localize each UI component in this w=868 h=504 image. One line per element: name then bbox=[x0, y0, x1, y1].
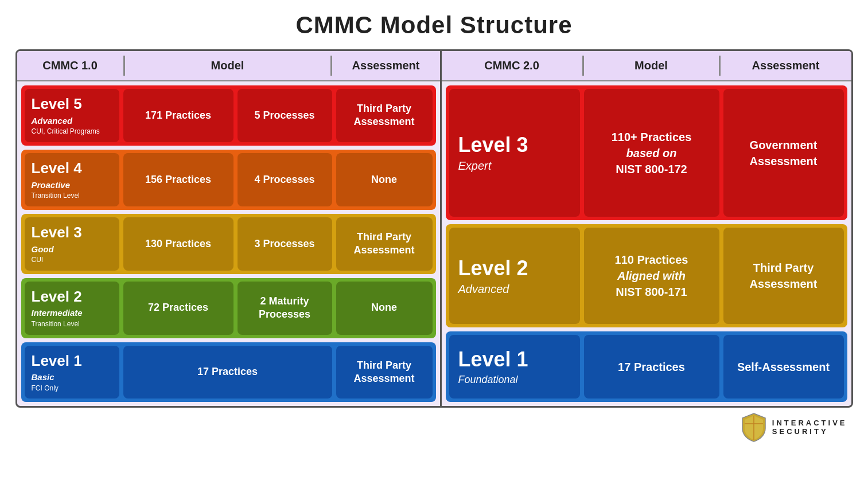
right-model-text-2: 17 Practices bbox=[618, 359, 685, 375]
level-sub-2: Good bbox=[32, 244, 54, 255]
level-number-3: Level 2 bbox=[32, 287, 82, 307]
page-title: CMMC Model Structure bbox=[296, 11, 573, 39]
level-desc-3: Transition Level bbox=[32, 320, 80, 329]
left-header-cmmc: CMMC 1.0 bbox=[17, 56, 123, 76]
right-model-0: 110+ Practicesbased onNIST 800-172 bbox=[584, 89, 719, 217]
left-processes-1: 4 Processes bbox=[238, 153, 332, 206]
level-number-1: Level 4 bbox=[32, 159, 82, 178]
left-assessment-2: Third Party Assessment bbox=[336, 217, 433, 271]
level-number-4: Level 1 bbox=[32, 351, 82, 371]
left-practices-2: 130 Practices bbox=[123, 217, 233, 271]
right-level-number-2: Level 1 bbox=[458, 347, 528, 372]
right-row-0: Level 3 Expert 110+ Practicesbased onNIS… bbox=[446, 85, 847, 220]
left-level-2: Level 3 Good CUI bbox=[25, 217, 119, 271]
right-header-row: CMMC 2.0 Model Assessment bbox=[442, 51, 851, 81]
left-practices-4: 17 Practices bbox=[123, 346, 332, 399]
level-desc-4: FCI Only bbox=[32, 384, 59, 393]
left-processes-0: 5 Processes bbox=[238, 89, 332, 142]
right-model-text-1: 110 PracticesAligned withNIST 800-171 bbox=[615, 252, 688, 300]
left-header-assessment: Assessment bbox=[332, 56, 440, 76]
left-assessment-1: None bbox=[336, 153, 433, 206]
right-side: CMMC 2.0 Model Assessment Level 3 Expert… bbox=[442, 51, 851, 406]
level-sub-0: Advanced bbox=[32, 115, 73, 127]
right-header-cmmc: CMMC 2.0 bbox=[442, 56, 582, 76]
left-assessment-3: None bbox=[336, 282, 433, 335]
right-level-sub-1: Advanced bbox=[458, 283, 509, 296]
logo-sub: SECURITY bbox=[772, 427, 847, 436]
left-practices-0: 171 Practices bbox=[123, 89, 233, 142]
level-sub-3: Intermediate bbox=[32, 307, 83, 319]
level-desc-0: CUI, Critical Programs bbox=[32, 127, 100, 136]
level-number-2: Level 3 bbox=[32, 223, 82, 243]
left-header-row: CMMC 1.0 Model Assessment bbox=[17, 51, 440, 81]
right-level-number-1: Level 2 bbox=[458, 256, 528, 280]
left-processes-2: 3 Processes bbox=[238, 217, 332, 271]
level-sub-1: Proactive bbox=[32, 179, 71, 191]
left-row-3: Level 2 Intermediate Transition Level 72… bbox=[21, 278, 436, 338]
logo-text: INTERACTIVE SECURITY bbox=[772, 419, 847, 436]
right-header-model: Model bbox=[584, 56, 719, 76]
right-level-sub-2: Foundational bbox=[458, 374, 518, 386]
right-level-number-0: Level 3 bbox=[458, 133, 528, 157]
left-row-4: Level 1 Basic FCI Only 17 PracticesThird… bbox=[21, 342, 436, 403]
left-level-1: Level 4 Proactive Transition Level bbox=[25, 153, 119, 206]
right-assessment-1: Third Party Assessment bbox=[723, 228, 844, 323]
right-level-sub-0: Expert bbox=[458, 159, 492, 173]
logo-company: INTERACTIVE bbox=[772, 419, 847, 428]
left-assessment-0: Third Party Assessment bbox=[336, 89, 433, 142]
left-level-0: Level 5 Advanced CUI, Critical Programs bbox=[25, 89, 119, 142]
level-desc-1: Transition Level bbox=[32, 192, 80, 201]
left-practices-3: 72 Practices bbox=[123, 282, 233, 335]
logo-area: INTERACTIVE SECURITY bbox=[15, 412, 853, 442]
right-assessment-0: Government Assessment bbox=[723, 89, 844, 217]
left-row-0: Level 5 Advanced CUI, Critical Programs … bbox=[21, 85, 436, 146]
left-side: CMMC 1.0 Model Assessment Level 5 Advanc… bbox=[17, 51, 442, 406]
right-level-2: Level 1 Foundational bbox=[449, 335, 580, 399]
left-level-4: Level 1 Basic FCI Only bbox=[25, 346, 119, 399]
left-processes-3: 2 Maturity Processes bbox=[238, 282, 332, 335]
right-assessment-2: Self-Assessment bbox=[723, 335, 844, 399]
level-number-0: Level 5 bbox=[32, 95, 82, 114]
left-level-3: Level 2 Intermediate Transition Level bbox=[25, 282, 119, 335]
right-model-text-0: 110+ Practicesbased onNIST 800-172 bbox=[612, 129, 692, 177]
right-row-2: Level 1 Foundational 17 PracticesSelf-As… bbox=[446, 331, 847, 403]
right-model-1: 110 PracticesAligned withNIST 800-171 bbox=[584, 228, 719, 323]
right-row-1: Level 2 Advanced 110 PracticesAligned wi… bbox=[446, 224, 847, 327]
level-sub-4: Basic bbox=[32, 372, 55, 383]
left-row-1: Level 4 Proactive Transition Level 156 P… bbox=[21, 150, 436, 210]
right-level-1: Level 2 Advanced bbox=[449, 228, 580, 323]
left-content: Level 5 Advanced CUI, Critical Programs … bbox=[17, 81, 440, 406]
left-row-2: Level 3 Good CUI 130 Practices3 Processe… bbox=[21, 214, 436, 274]
right-model-2: 17 Practices bbox=[584, 335, 719, 399]
left-practices-1: 156 Practices bbox=[123, 153, 233, 206]
main-container: CMMC 1.0 Model Assessment Level 5 Advanc… bbox=[15, 49, 853, 408]
right-header-assessment: Assessment bbox=[721, 56, 851, 76]
left-header-model: Model bbox=[125, 56, 330, 76]
shield-icon bbox=[740, 412, 768, 442]
right-level-0: Level 3 Expert bbox=[449, 89, 580, 217]
left-assessment-4: Third Party Assessment bbox=[336, 346, 433, 399]
right-content: Level 3 Expert 110+ Practicesbased onNIS… bbox=[442, 81, 851, 406]
level-desc-2: CUI bbox=[32, 256, 44, 265]
